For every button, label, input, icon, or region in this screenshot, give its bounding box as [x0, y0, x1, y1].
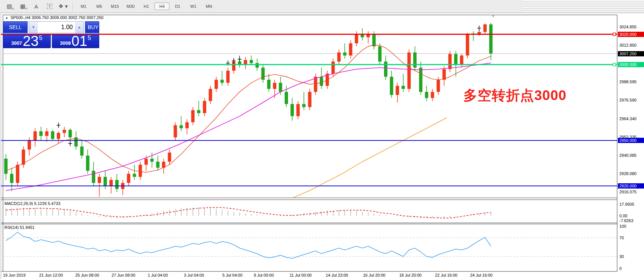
buy-price-display[interactable]: 3008 01 5 [52, 35, 100, 48]
pattern-draw-tool-icon[interactable]: ▨E [4, 2, 15, 11]
rsi-tick-label: 70 [619, 236, 624, 240]
candle-down [302, 104, 306, 107]
candle-down [261, 68, 265, 80]
price-badge-2950: 2950.000 [618, 138, 644, 143]
current-price-badge: 3007.250 [618, 51, 644, 56]
time-axis-label: 24 Jul 16:00 [470, 273, 493, 277]
candle-down [279, 83, 282, 92]
price-tick-label: 2940.085 [619, 153, 637, 158]
candle-up [215, 80, 218, 89]
candle-down [51, 131, 54, 139]
candle-down [10, 174, 13, 183]
candle-up [431, 92, 434, 98]
candle-up [337, 52, 341, 61]
buy-button[interactable]: BUY [85, 21, 99, 34]
grid-tool-icon[interactable]: ▦F [17, 2, 28, 11]
timeframe-button-m15[interactable]: M15 [107, 3, 122, 10]
candle-up [45, 131, 49, 136]
time-axis-label: 19 Jun 2019 [3, 273, 26, 277]
candle-up [331, 62, 335, 74]
candle-up [109, 180, 113, 186]
candle-up [144, 159, 148, 165]
window-left-edge [1, 13, 1, 279]
price-tick-label: 3012.850 [619, 43, 637, 47]
candle-up [483, 24, 487, 32]
rsi-tick-label: 0 [619, 266, 622, 271]
candle-up [209, 89, 212, 101]
text-label-tool-icon[interactable]: A [31, 2, 42, 11]
candle-down [104, 177, 107, 186]
candle-down [39, 131, 43, 136]
candle-down [401, 86, 405, 89]
candle-up [168, 153, 171, 162]
rsi-indicator-label: RSI(14) 51.9451 [4, 225, 35, 230]
candle-down [133, 174, 136, 177]
mt4-trading-platform: { "toolbar": { "icons": [ {"name": "patt… [0, 0, 644, 280]
candle-up [273, 83, 276, 89]
timeframe-button-w1[interactable]: W1 [186, 3, 201, 10]
timeframe-button-d1[interactable]: D1 [170, 3, 185, 10]
timeframe-button-m5[interactable]: M5 [92, 3, 107, 10]
timeframe-button-mn[interactable]: MN [201, 3, 216, 10]
candle-down [4, 159, 7, 174]
volume-input[interactable] [38, 22, 75, 33]
toolbar-separator [72, 2, 73, 11]
candle-up [173, 125, 177, 138]
price-tick-label: 2988.595 [619, 80, 637, 84]
buy-price-handle: 3008 [60, 40, 71, 46]
macd-tick-label: -7.8263 [619, 218, 633, 223]
candle-down [86, 156, 90, 171]
timeframe-button-h4[interactable]: H4 [154, 3, 169, 10]
macd-tick-label: 0.00 [619, 214, 627, 218]
color-scheme-dropdown-icon[interactable]: ❖ ▾ [57, 2, 69, 11]
candle-up [34, 131, 37, 140]
candle-down [378, 46, 382, 62]
time-axis-label: 21 Jun 12:00 [39, 273, 63, 277]
scroll-to-end-marker-icon[interactable]: ▼ [491, 13, 495, 19]
collapse-arrow-icon[interactable]: ▲ [5, 16, 8, 19]
candle-down [419, 68, 422, 92]
sell-price-handle: 3007 [11, 40, 22, 46]
candle-down [256, 63, 259, 68]
volume-increase-button[interactable]: ▲ [75, 22, 84, 33]
rsi-tick-label: 100 [619, 224, 626, 228]
candle-down [384, 62, 387, 77]
time-axis-label: 18 Jul 20:00 [399, 273, 422, 277]
time-axis-label: 5 Jul 04:00 [222, 273, 243, 277]
macd-tick-label: 17.9505 [619, 202, 634, 206]
candle-down [320, 77, 323, 86]
timeframe-button-h1[interactable]: H1 [139, 3, 154, 10]
volume-spinner: ▼ ▲ [29, 21, 84, 33]
candle-up [127, 174, 130, 183]
candle-up [63, 130, 66, 133]
candle-up [407, 52, 411, 89]
timeframe-button-m1[interactable]: M1 [76, 3, 91, 10]
candle-down [250, 60, 253, 63]
candle-down [390, 77, 393, 95]
symbol-ohlc-text: SP500-,H4 3006.750 3009.000 3002.750 300… [10, 15, 104, 20]
time-axis-label: 22 Jul 16:00 [435, 273, 457, 277]
hline-handle-3020[interactable] [613, 33, 616, 35]
volume-decrease-button[interactable]: ▼ [29, 22, 38, 33]
candle-up [191, 110, 194, 122]
candle-up [355, 34, 358, 43]
chart-symbol-header[interactable]: ▲ SP500-,H4 3006.750 3009.000 3002.750 3… [5, 15, 103, 20]
candle-down [197, 110, 200, 113]
timeframe-button-m30[interactable]: M30 [123, 3, 138, 10]
hline-handle-3000[interactable] [613, 63, 616, 66]
price-badge-3000: 3000.000 [618, 62, 644, 67]
one-click-trading-panel: SELL ▼ ▲ BUY 3007 23 5 3008 01 5 [3, 21, 99, 48]
price-badge-2920: 2920.000 [618, 183, 644, 189]
macd-indicator-label: MACD(12,26,9) 5.1226 5.4733 [4, 201, 60, 206]
rsi-tick-label: 30 [619, 254, 624, 259]
text-box-tool-icon[interactable]: T [44, 2, 55, 11]
time-axis-label: 1 Jul 04:00 [148, 273, 168, 277]
candle-down [413, 52, 417, 68]
candle-down [179, 125, 183, 128]
price-tick-label: 2916.075 [619, 190, 637, 194]
sell-price-display[interactable]: 3007 23 5 [3, 35, 51, 48]
timeframe-buttons-group: M1M5M15M30H1H4D1W1MN [76, 3, 217, 10]
price-tick-label: 2964.340 [619, 116, 637, 121]
candle-up [448, 54, 451, 69]
sell-button[interactable]: SELL [3, 21, 28, 34]
